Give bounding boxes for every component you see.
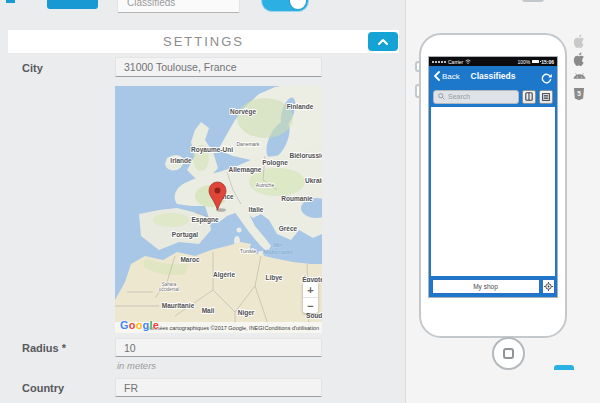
map-label: occidental [159, 287, 179, 292]
wifi-icon [465, 59, 471, 64]
map-label: Norvège [230, 108, 256, 116]
map-label: Soudan [306, 312, 322, 319]
settings-panel: SETTINGS City [0, 0, 405, 403]
phone-page-title: Classifieds [429, 71, 557, 81]
battery-icon [532, 60, 539, 64]
google-letter: e [153, 319, 159, 331]
list-view-button[interactable] [539, 90, 553, 104]
map-view-button[interactable] [522, 90, 536, 104]
map-label: Grèce [279, 225, 298, 232]
phone-results-area [431, 107, 555, 276]
google-letter: g [143, 319, 150, 331]
refresh-button[interactable] [541, 70, 552, 88]
map-label: Portugal [172, 231, 199, 239]
settings-title: SETTINGS [8, 30, 399, 53]
geolocate-button[interactable] [542, 279, 555, 294]
map-view-icon [525, 92, 533, 101]
location-map[interactable]: Norvège Finlande Danemark Royaume-Uni Ir… [115, 86, 322, 333]
target-icon [544, 282, 553, 291]
search-input[interactable]: Search [433, 90, 519, 104]
toggle-knob [290, 0, 306, 9]
map-label: Autriche [256, 182, 275, 188]
preview-panel: Carrier 100% 15:06 [405, 0, 600, 403]
map-label: Tunisie [240, 248, 256, 254]
search-icon [438, 93, 445, 100]
map-label: Ukraine [305, 177, 322, 184]
cutoff-action-button[interactable] [554, 365, 574, 370]
enabled-toggle[interactable] [261, 0, 309, 12]
country-label: Country [22, 382, 64, 394]
country-input[interactable] [115, 378, 322, 397]
city-input[interactable] [115, 57, 322, 77]
phone-search-row: Search [429, 86, 557, 107]
html5-label: 5 [577, 90, 581, 97]
map-label: Danemark [236, 141, 260, 147]
map-label: Allemagne [229, 166, 262, 174]
map-label: Roumanie [281, 195, 313, 202]
top-left-button-sliver[interactable] [6, 0, 15, 3]
map-sea-label: Méditerranée [262, 249, 293, 255]
my-shop-label: My shop [473, 283, 498, 290]
zoom-in-button[interactable]: + [303, 282, 318, 297]
apple-light-icon[interactable] [572, 33, 586, 48]
map-label: Royaume-Uni [191, 146, 233, 154]
map-canvas: Norvège Finlande Danemark Royaume-Uni Ir… [115, 86, 322, 333]
clock-label: 15:06 [541, 59, 554, 65]
signal-strength-icon [432, 61, 446, 63]
map-label: Finlande [287, 103, 314, 110]
map-terms-link[interactable]: Conditions d'utilisation [264, 325, 319, 331]
phone-status-bar: Carrier 100% 15:06 [429, 57, 557, 66]
home-square-icon [503, 348, 514, 359]
map-label: Mali [202, 307, 215, 314]
phone-navbar: Back Classifieds [429, 66, 557, 86]
google-letter: G [120, 319, 129, 331]
map-label: Italie [249, 206, 264, 213]
map-attribution: Données cartographiques ©2017 Google, IN… [146, 325, 264, 331]
phone-mockup: Carrier 100% 15:06 [419, 33, 567, 338]
radius-label: Radius * [22, 342, 66, 354]
map-label: Irlande [170, 157, 192, 164]
search-placeholder: Search [448, 93, 470, 100]
phone-power-button [522, 0, 544, 2]
top-action-button[interactable] [47, 0, 98, 9]
map-label: Maroc [180, 256, 200, 263]
city-label: City [22, 62, 43, 74]
google-logo[interactable]: Google [120, 319, 159, 331]
carrier-label: Carrier [448, 59, 463, 65]
html5-icon[interactable]: 5 [572, 87, 586, 102]
map-zoom-control: + − [303, 282, 318, 313]
map-label: Biélorussie [289, 152, 322, 159]
page-name-input[interactable] [117, 0, 240, 13]
app-builder-screen: SETTINGS City [0, 0, 600, 403]
map-sea-label: Mer [272, 242, 283, 248]
phone-screen: Carrier 100% 15:06 [429, 57, 557, 297]
google-letter: o [129, 319, 136, 331]
apple-icon[interactable] [572, 51, 586, 66]
android-icon[interactable] [572, 69, 586, 84]
map-label: Pologne [262, 159, 288, 167]
zoom-out-button[interactable]: − [303, 298, 318, 313]
phone-footer-bar: My shop [429, 276, 557, 297]
my-shop-button[interactable]: My shop [432, 279, 540, 294]
settings-header-bar: SETTINGS [8, 30, 399, 53]
list-view-icon [542, 93, 550, 101]
map-label: Libye [266, 274, 283, 282]
google-letter: o [136, 319, 143, 331]
battery-percent: 100% [517, 59, 530, 65]
radius-input[interactable] [115, 338, 322, 357]
refresh-icon [541, 73, 552, 84]
platform-switcher-rail: 5 [572, 33, 586, 102]
map-label: Mauritanie [162, 302, 195, 309]
map-label: Espagne [191, 216, 218, 224]
chevron-up-icon [378, 39, 388, 45]
phone-home-button[interactable] [492, 337, 525, 370]
map-label: Algérie [213, 271, 235, 279]
map-label: Niger [238, 309, 255, 317]
radius-helper-text: in meters [117, 360, 156, 371]
collapse-button[interactable] [368, 32, 398, 51]
